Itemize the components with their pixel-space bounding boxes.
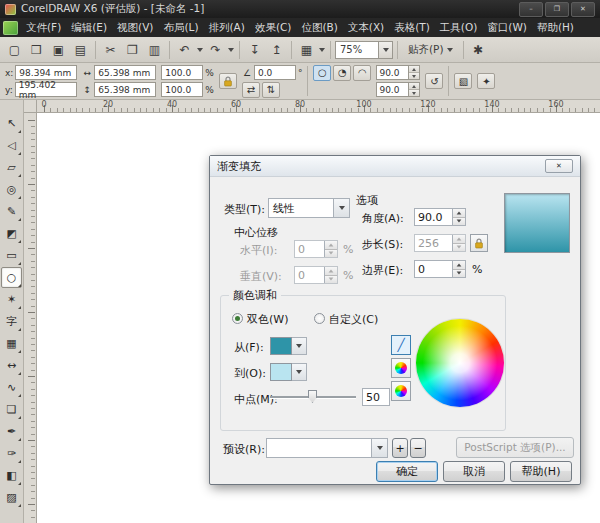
tool-fill[interactable]: ◧ xyxy=(1,465,22,486)
tool-polygon[interactable]: ✶ xyxy=(1,289,22,310)
spinner-icon[interactable] xyxy=(408,66,419,79)
counterclockwise-blend-button[interactable] xyxy=(391,358,411,378)
starting-angle-field[interactable]: 90.0 xyxy=(376,65,420,80)
steps-field[interactable]: 256 xyxy=(414,234,466,252)
launcher-dropdown-arrow-icon[interactable] xyxy=(318,40,326,60)
two-color-radio[interactable] xyxy=(232,313,243,324)
custom-radio[interactable] xyxy=(314,313,325,324)
direct-blend-button[interactable]: ╱ xyxy=(391,335,411,355)
tool-freehand[interactable]: ✎ xyxy=(1,201,22,222)
zoom-level-select[interactable]: 75% xyxy=(335,41,393,59)
convert-to-curves-button[interactable]: ✦ xyxy=(477,73,495,89)
menu-item[interactable]: 效果(C) xyxy=(250,18,297,37)
remove-preset-button[interactable]: − xyxy=(410,438,426,458)
lock-ratio-button[interactable] xyxy=(219,73,237,89)
mirror-horizontal-button[interactable]: ⇄ xyxy=(242,82,260,98)
print-icon[interactable]: ▤ xyxy=(70,40,91,60)
spinner-icon[interactable] xyxy=(452,209,465,225)
object-height-field[interactable]: 65.398 mm xyxy=(94,82,156,97)
menu-item[interactable]: 排列(A) xyxy=(204,18,250,37)
wrap-text-button[interactable]: ▧ xyxy=(454,73,472,89)
dialog-close-button[interactable]: ✕ xyxy=(545,159,573,173)
from-color-picker[interactable] xyxy=(270,337,307,355)
copy-icon[interactable]: ❐ xyxy=(122,40,143,60)
arc-mode-button[interactable]: ◠ xyxy=(353,65,371,81)
horizontal-offset-field[interactable]: 0 xyxy=(294,240,338,258)
dropdown-arrow-icon[interactable] xyxy=(292,337,307,355)
help-button[interactable]: 帮助(H) xyxy=(510,461,572,482)
postscript-options-button[interactable]: PostScript 选项(P)... xyxy=(456,437,574,458)
spinner-icon[interactable] xyxy=(452,261,465,277)
menu-item[interactable]: 窗口(W) xyxy=(482,18,532,37)
add-preset-button[interactable]: + xyxy=(392,438,408,458)
scale-horizontal-field[interactable]: 100.0 xyxy=(161,65,203,80)
type-select[interactable]: 线性 xyxy=(268,198,350,218)
menu-item[interactable]: 布局(L) xyxy=(158,18,203,37)
midpoint-field[interactable]: 50 xyxy=(362,388,390,406)
vertical-offset-field[interactable]: 0 xyxy=(294,266,338,284)
gradient-preview[interactable] xyxy=(504,193,570,253)
tool-zoom[interactable]: ◎ xyxy=(1,179,22,200)
tool-text[interactable]: 字 xyxy=(1,311,22,332)
clockwise-blend-button[interactable] xyxy=(391,381,411,401)
tool-shape[interactable]: ◁ xyxy=(1,135,22,156)
tool-dimension[interactable]: ↔ xyxy=(1,355,22,376)
tool-blend[interactable]: ❏ xyxy=(1,399,22,420)
menu-item[interactable]: 工具(O) xyxy=(435,18,482,37)
rotation-angle-field[interactable]: 0.0 xyxy=(254,65,296,80)
tool-outline-pen[interactable]: ✑ xyxy=(1,443,22,464)
tool-connector[interactable]: ∿ xyxy=(1,377,22,398)
dialog-titlebar[interactable]: 渐变填充 ✕ xyxy=(210,156,580,177)
tool-eyedropper[interactable]: ✒ xyxy=(1,421,22,442)
to-color-picker[interactable] xyxy=(270,363,307,381)
tool-ellipse[interactable]: ○ xyxy=(1,267,22,288)
steps-lock-button[interactable] xyxy=(470,234,488,252)
redo-icon[interactable]: ↷ xyxy=(205,40,226,60)
menu-item[interactable]: 文本(X) xyxy=(343,18,389,37)
options-icon[interactable]: ✱ xyxy=(468,40,489,60)
menu-item[interactable]: 文件(F) xyxy=(21,18,66,37)
dropdown-arrow-icon[interactable] xyxy=(333,199,349,217)
mirror-vertical-button[interactable]: ⇅ xyxy=(262,82,280,98)
object-width-field[interactable]: 65.398 mm xyxy=(94,65,156,80)
menu-item[interactable]: 位图(B) xyxy=(296,18,342,37)
redo-dropdown-arrow-icon[interactable] xyxy=(227,40,235,60)
tool-table[interactable]: ▦ xyxy=(1,333,22,354)
maximize-button[interactable]: ❐ xyxy=(545,2,569,17)
import-icon[interactable]: ↧ xyxy=(244,40,265,60)
cancel-button[interactable]: 取消 xyxy=(443,461,505,482)
export-icon[interactable]: ↥ xyxy=(266,40,287,60)
pie-mode-button[interactable]: ◔ xyxy=(333,65,351,81)
new-document-icon[interactable]: ▢ xyxy=(4,40,25,60)
presets-select[interactable] xyxy=(266,438,388,458)
angle-field[interactable]: 90.0 xyxy=(414,208,466,226)
slider-thumb[interactable] xyxy=(308,390,317,403)
y-position-field[interactable]: 195.402 mm xyxy=(15,82,77,97)
application-launcher-icon[interactable]: ▦ xyxy=(296,40,317,60)
dropdown-arrow-icon[interactable] xyxy=(378,42,392,58)
open-icon[interactable]: ❒ xyxy=(26,40,47,60)
cut-icon[interactable]: ✂ xyxy=(100,40,121,60)
paste-icon[interactable]: ▥ xyxy=(144,40,165,60)
ending-angle-field[interactable]: 90.0 xyxy=(376,82,420,97)
ok-button[interactable]: 确定 xyxy=(376,461,438,482)
ellipse-mode-button[interactable]: ○ xyxy=(313,65,331,81)
tool-pick[interactable]: ↖ xyxy=(1,113,22,134)
undo-icon[interactable]: ↶ xyxy=(174,40,195,60)
snap-to-menu[interactable]: 贴齐(P) xyxy=(402,43,459,57)
tool-rectangle[interactable]: ▭ xyxy=(1,245,22,266)
scale-vertical-field[interactable]: 100.0 xyxy=(161,82,203,97)
dropdown-arrow-icon[interactable] xyxy=(371,439,387,457)
edge-pad-field[interactable]: 0 xyxy=(414,260,466,278)
tool-smart-fill[interactable]: ◩ xyxy=(1,223,22,244)
dropdown-arrow-icon[interactable] xyxy=(292,363,307,381)
x-position-field[interactable]: 98.394 mm xyxy=(15,65,77,80)
color-wheel[interactable] xyxy=(416,319,504,407)
menu-item[interactable]: 视图(V) xyxy=(112,18,158,37)
to-color-swatch[interactable] xyxy=(270,363,292,381)
menu-item[interactable]: 帮助(H) xyxy=(532,18,579,37)
tool-interactive-fill[interactable]: ▨ xyxy=(1,487,22,508)
close-button[interactable]: ✕ xyxy=(571,2,595,17)
midpoint-slider[interactable] xyxy=(270,389,356,405)
tool-crop[interactable]: ▱ xyxy=(1,157,22,178)
